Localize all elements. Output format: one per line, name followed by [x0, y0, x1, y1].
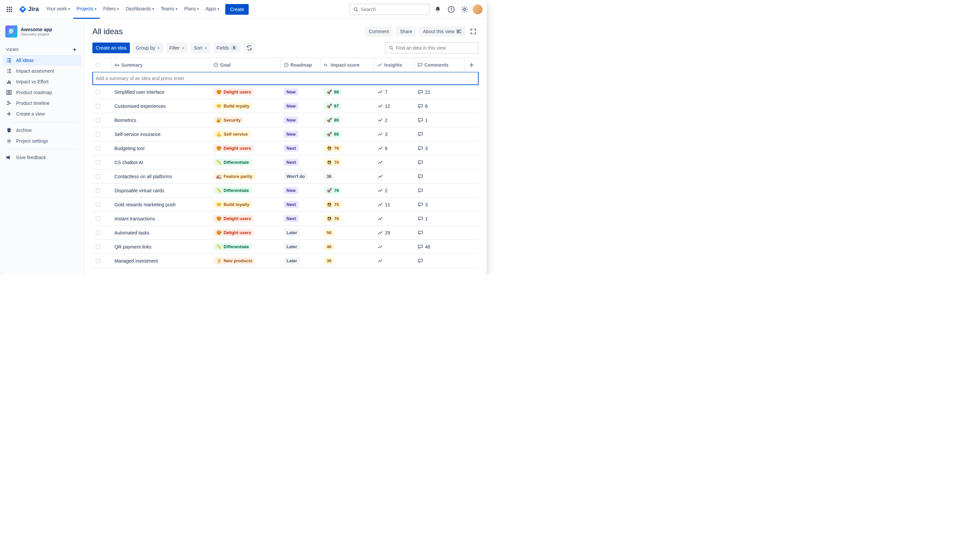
- table-row[interactable]: Instant transactions 😍Delight users Next…: [92, 212, 479, 226]
- cell-impact[interactable]: 🧑‍🚀75: [321, 201, 374, 208]
- search-input[interactable]: [361, 7, 426, 12]
- cell-insights[interactable]: 7: [374, 89, 414, 95]
- cell-roadmap[interactable]: Now: [280, 102, 321, 110]
- cell-comments[interactable]: 1: [414, 216, 465, 222]
- cell-impact[interactable]: 🧑‍🚀70: [321, 159, 374, 166]
- col-impact[interactable]: fxImpact score: [321, 58, 374, 72]
- cell-impact[interactable]: 46: [321, 243, 374, 250]
- fullscreen-icon[interactable]: [468, 26, 479, 37]
- archive-item[interactable]: Archive: [3, 125, 81, 136]
- cell-goal[interactable]: 📏Differentiate: [210, 243, 280, 250]
- cell-impact[interactable]: 56: [321, 229, 374, 236]
- table-row[interactable]: Simplified user interface 😍Delight users…: [92, 85, 479, 99]
- nav-dashboards[interactable]: Dashboards▾: [122, 0, 157, 19]
- cell-insights[interactable]: [374, 174, 414, 179]
- cell-comments[interactable]: [414, 258, 465, 263]
- cell-comments[interactable]: 6: [414, 104, 465, 109]
- project-settings-item[interactable]: Project settings: [3, 136, 81, 146]
- nav-projects[interactable]: Projects▾: [73, 0, 100, 19]
- cell-impact[interactable]: 🚀80: [321, 116, 374, 124]
- cell-goal[interactable]: 💪Self service: [210, 131, 280, 138]
- give-feedback-item[interactable]: Give feedback: [3, 152, 81, 163]
- cell-impact[interactable]: 36: [321, 257, 374, 264]
- cell-roadmap[interactable]: Next: [280, 159, 321, 166]
- row-checkbox[interactable]: [96, 202, 100, 207]
- cell-goal[interactable]: 🔐Security: [210, 116, 280, 124]
- cell-roadmap[interactable]: Won't do: [280, 173, 321, 180]
- app-switcher-icon[interactable]: [4, 4, 15, 15]
- comment-button[interactable]: Comment: [365, 26, 393, 37]
- global-search[interactable]: [349, 4, 430, 15]
- table-row[interactable]: Biometrics 🔐Security Now 🚀80 2 1: [92, 113, 479, 127]
- cell-roadmap[interactable]: Now: [280, 131, 321, 138]
- view-search[interactable]: [385, 42, 479, 54]
- cell-roadmap[interactable]: Now: [280, 116, 321, 124]
- new-idea-input[interactable]: [93, 72, 478, 85]
- nav-plans[interactable]: Plans▾: [181, 0, 202, 19]
- cell-roadmap[interactable]: Later: [280, 243, 321, 250]
- cell-impact[interactable]: 🧑‍🚀76: [321, 215, 374, 222]
- cell-comments[interactable]: [414, 132, 465, 137]
- nav-apps[interactable]: Apps▾: [202, 0, 223, 19]
- cell-insights[interactable]: 3: [374, 132, 414, 137]
- create-view-item[interactable]: Create a view: [3, 108, 81, 119]
- cell-impact[interactable]: 🚀97: [321, 102, 374, 110]
- col-goal[interactable]: Goal: [210, 58, 280, 72]
- settings-icon[interactable]: [459, 4, 470, 15]
- row-checkbox[interactable]: [96, 230, 100, 235]
- cell-roadmap[interactable]: Next: [280, 145, 321, 152]
- cell-comments[interactable]: 21: [414, 89, 465, 95]
- view-search-input[interactable]: [396, 45, 475, 51]
- cell-goal[interactable]: 🤝Build loyalty: [210, 102, 280, 110]
- cell-insights[interactable]: [374, 216, 414, 222]
- cell-insights[interactable]: 6: [374, 146, 414, 151]
- cell-impact[interactable]: 🚀80: [321, 131, 374, 138]
- cell-comments[interactable]: 1: [414, 118, 465, 123]
- share-button[interactable]: Share: [396, 26, 416, 37]
- sidebar-view-product-timeline[interactable]: Product timeline: [3, 98, 81, 108]
- row-checkbox[interactable]: [96, 132, 100, 137]
- table-row[interactable]: QR payment links 📏Differentiate Later 46…: [92, 240, 479, 254]
- sidebar-view-product-roadmap[interactable]: Product roadmap: [3, 87, 81, 98]
- table-row[interactable]: Budgeting tool 😍Delight users Next 🧑‍🚀78…: [92, 141, 479, 155]
- nav-your-work[interactable]: Your work▾: [43, 0, 73, 19]
- table-row[interactable]: Contactless on all platforms 🚛Feature pa…: [92, 169, 479, 183]
- table-row[interactable]: Customised experiences 🤝Build loyalty No…: [92, 99, 479, 113]
- cell-comments[interactable]: [414, 188, 465, 193]
- row-checkbox[interactable]: [96, 90, 100, 94]
- cell-roadmap[interactable]: Next: [280, 201, 321, 208]
- row-checkbox[interactable]: [96, 146, 100, 151]
- cell-insights[interactable]: [374, 258, 414, 263]
- cell-goal[interactable]: 📏Differentiate: [210, 159, 280, 166]
- table-row[interactable]: CS chatbot AI 📏Differentiate Next 🧑‍🚀70: [92, 155, 479, 169]
- cell-insights[interactable]: 29: [374, 230, 414, 236]
- col-insights[interactable]: Insights: [374, 58, 414, 72]
- add-column-button[interactable]: [465, 58, 479, 72]
- row-checkbox[interactable]: [96, 244, 100, 249]
- add-view-icon[interactable]: [71, 46, 78, 53]
- cell-impact[interactable]: 36: [321, 173, 374, 180]
- cell-goal[interactable]: 👌New products: [210, 257, 280, 264]
- cell-impact[interactable]: 🚀98: [321, 88, 374, 96]
- cell-insights[interactable]: [374, 244, 414, 249]
- cell-roadmap[interactable]: Now: [280, 88, 321, 96]
- table-row[interactable]: Managed investment 👌New products Later 3…: [92, 254, 479, 268]
- cell-insights[interactable]: 2: [374, 188, 414, 193]
- cell-impact[interactable]: 🧑‍🚀78: [321, 145, 374, 152]
- cell-roadmap[interactable]: Later: [280, 229, 321, 236]
- cell-goal[interactable]: 😍Delight users: [210, 215, 280, 222]
- cell-comments[interactable]: [414, 230, 465, 236]
- cell-comments[interactable]: 48: [414, 244, 465, 249]
- cell-roadmap[interactable]: Now: [280, 187, 321, 194]
- cell-comments[interactable]: [414, 174, 465, 179]
- cell-insights[interactable]: 2: [374, 118, 414, 123]
- cell-roadmap[interactable]: Next: [280, 215, 321, 222]
- sort-button[interactable]: Sort+: [191, 43, 210, 53]
- cell-goal[interactable]: 😍Delight users: [210, 88, 280, 96]
- cell-goal[interactable]: 📏Differentiate: [210, 187, 280, 194]
- row-checkbox[interactable]: [96, 258, 100, 263]
- filter-button[interactable]: Filter+: [166, 43, 188, 53]
- nav-filters[interactable]: Filters▾: [100, 0, 122, 19]
- sidebar-view-impact-vs-effort[interactable]: Impact vs Effort: [3, 77, 81, 87]
- user-avatar[interactable]: [473, 4, 483, 14]
